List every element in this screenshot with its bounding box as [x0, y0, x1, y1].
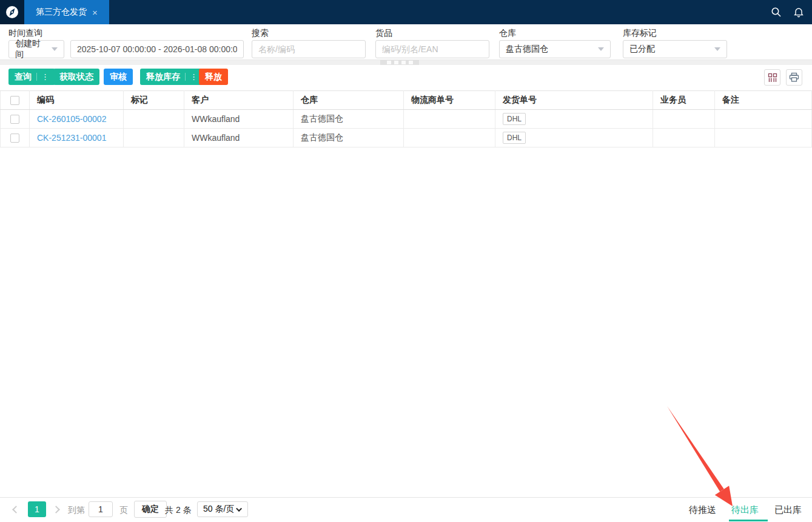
barcode-print-button[interactable] — [764, 69, 780, 86]
audit-button[interactable]: 审核 — [104, 69, 133, 85]
search-label: 搜索 — [252, 28, 269, 39]
table-header-row: 编码 标记 客户 仓库 物流商单号 发货单号 业务员 备注 — [1, 91, 812, 110]
app-root: 第三方仓发货 × 时间查询 搜索 货品 仓库 库存标记 创建时间 — [0, 0, 812, 522]
tab-pending-outbound[interactable]: 待出库 — [731, 504, 759, 516]
total-count-label: 共 2 条 — [165, 505, 192, 516]
get-status-button[interactable]: 获取状态 — [53, 69, 99, 85]
time-query-label: 时间查询 — [8, 28, 42, 39]
stock-flag-select[interactable]: 已分配 — [623, 40, 727, 58]
printer-icon — [789, 72, 799, 83]
topbar: 第三方仓发货 × — [0, 0, 812, 24]
cell-customer: WWkaufland — [184, 110, 294, 129]
time-type-value: 创建时间 — [15, 38, 47, 60]
page-unit-label: 页 — [119, 505, 128, 516]
goto-page-input[interactable] — [89, 501, 113, 517]
time-type-select[interactable]: 创建时间 — [8, 40, 64, 58]
chevron-down-icon — [598, 47, 604, 51]
warehouse-label: 仓库 — [499, 28, 516, 39]
order-code-link[interactable]: CK-260105-00002 — [37, 114, 106, 124]
topbar-actions — [770, 0, 807, 24]
splitter-handle-icon[interactable] — [380, 60, 419, 65]
warehouse-value: 盘古德国仓 — [506, 44, 548, 55]
current-page-button[interactable]: 1 — [28, 501, 46, 517]
cell-salesman — [653, 110, 715, 129]
goto-label: 到第 — [68, 505, 85, 516]
audit-label: 审核 — [110, 72, 127, 83]
tab-close-icon[interactable]: × — [92, 8, 98, 17]
chevron-down-icon — [52, 47, 58, 51]
cell-remark — [715, 110, 812, 129]
bell-icon[interactable] — [793, 6, 805, 18]
table-row: CK-260105-00002 WWkaufland 盘古德国仓 DHL — [1, 110, 812, 129]
tab-third-party-shipping[interactable]: 第三方仓发货 × — [24, 0, 109, 24]
row-checkbox[interactable] — [10, 115, 19, 124]
chevron-down-icon — [714, 47, 720, 51]
query-button[interactable]: 查询 ⋮ — [8, 69, 55, 85]
select-all-checkbox[interactable] — [10, 96, 19, 105]
carrier-tag: DHL — [503, 113, 526, 125]
col-header-logistics-no: 物流商单号 — [404, 91, 495, 110]
print-button[interactable] — [786, 69, 802, 86]
tab-title: 第三方仓发货 — [36, 7, 87, 18]
compass-logo-icon — [5, 5, 19, 19]
cell-remark — [715, 129, 812, 147]
search-icon[interactable] — [770, 6, 782, 18]
carrier-tag: DHL — [503, 132, 526, 144]
warehouse-select[interactable]: 盘古德国仓 — [499, 40, 611, 58]
goods-input[interactable] — [375, 40, 489, 58]
app-logo[interactable] — [0, 0, 24, 24]
panel-splitter[interactable] — [0, 59, 812, 65]
release-button[interactable]: 释放 — [199, 69, 228, 85]
confirm-page-button[interactable]: 确定 — [134, 501, 167, 518]
release-label: 释放 — [205, 72, 222, 83]
col-header-warehouse: 仓库 — [294, 91, 404, 110]
page-size-value: 50 条/页 — [203, 504, 234, 515]
cell-salesman — [653, 129, 715, 147]
col-header-code: 编码 — [30, 91, 124, 110]
col-header-salesman: 业务员 — [653, 91, 715, 110]
cell-mark — [124, 110, 184, 129]
get-status-label: 获取状态 — [59, 72, 93, 83]
row-checkbox[interactable] — [10, 134, 19, 143]
col-header-customer: 客户 — [184, 91, 294, 110]
release-stock-label: 释放库存 — [146, 72, 180, 83]
order-code-link[interactable]: CK-251231-00001 — [37, 133, 106, 143]
release-stock-more-icon[interactable]: ⋮ — [185, 73, 198, 81]
table-row: CK-251231-00001 WWkaufland 盘古德国仓 DHL — [1, 129, 812, 147]
active-tab-underline — [729, 520, 768, 521]
cell-warehouse: 盘古德国仓 — [294, 110, 404, 129]
chevron-down-icon — [236, 506, 242, 512]
date-range-input[interactable] — [70, 40, 244, 58]
cell-mark — [124, 129, 184, 147]
col-header-mark: 标记 — [124, 91, 184, 110]
stock-flag-value: 已分配 — [629, 44, 655, 55]
goods-label: 货品 — [375, 28, 392, 39]
search-input[interactable] — [252, 40, 366, 58]
tab-pending-push[interactable]: 待推送 — [689, 504, 716, 516]
cell-logistics-no — [404, 110, 495, 129]
release-stock-button[interactable]: 释放库存 ⋮ — [140, 69, 204, 85]
orders-table: 编码 标记 客户 仓库 物流商单号 发货单号 业务员 备注 CK-260105-… — [0, 90, 812, 147]
query-more-icon[interactable]: ⋮ — [36, 73, 49, 81]
barcode-icon — [768, 73, 777, 83]
cell-customer: WWkaufland — [184, 129, 294, 147]
cell-warehouse: 盘古德国仓 — [294, 129, 404, 147]
query-button-label: 查询 — [15, 72, 32, 83]
tab-outbound-done[interactable]: 已出库 — [774, 504, 802, 516]
page-size-select[interactable]: 50 条/页 — [197, 501, 248, 517]
col-header-shipping-no: 发货单号 — [495, 91, 653, 110]
col-header-remark: 备注 — [715, 91, 812, 110]
stock-flag-label: 库存标记 — [623, 28, 657, 39]
cell-logistics-no — [404, 129, 495, 147]
